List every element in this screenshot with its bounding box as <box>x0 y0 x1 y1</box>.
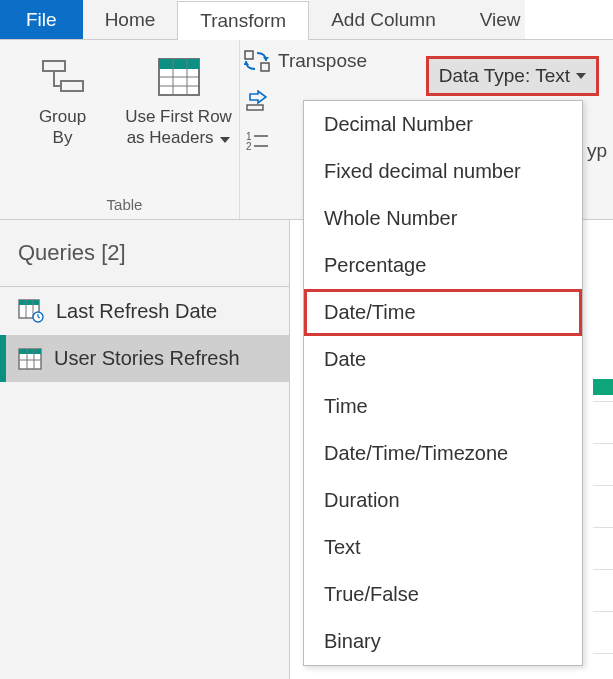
svg-rect-8 <box>245 51 253 59</box>
tab-home[interactable]: Home <box>83 0 178 39</box>
query-item-label: User Stories Refresh <box>54 347 240 370</box>
count-rows-icon: 1 2 <box>244 130 270 152</box>
use-first-row-as-headers-button[interactable]: Use First Row as Headers <box>119 48 239 155</box>
svg-marker-10 <box>263 57 269 61</box>
transpose-button[interactable]: Transpose <box>244 46 367 76</box>
reverse-rows-icon <box>244 90 270 112</box>
svg-text:2: 2 <box>246 141 252 152</box>
ribbon-group-table: Group By Use First Row as Headers Table <box>10 40 240 219</box>
dropdown-item-date-time[interactable]: Date/Time <box>304 289 582 336</box>
transpose-icon <box>244 50 270 72</box>
dropdown-item-date[interactable]: Date <box>304 336 582 383</box>
tab-view[interactable]: View <box>458 0 525 39</box>
group-by-button[interactable]: Group By <box>11 48 115 155</box>
query-table-icon <box>18 348 42 370</box>
svg-rect-3 <box>159 59 199 69</box>
data-type-dropdown-menu: Decimal Number Fixed decimal number Whol… <box>303 100 583 666</box>
svg-rect-9 <box>261 63 269 71</box>
dropdown-item-text[interactable]: Text <box>304 524 582 571</box>
table-headers-icon <box>157 54 201 100</box>
dropdown-item-binary[interactable]: Binary <box>304 618 582 665</box>
chevron-down-icon <box>576 73 586 79</box>
dropdown-item-percentage[interactable]: Percentage <box>304 242 582 289</box>
queries-header: Queries [2] <box>0 220 289 287</box>
column-header-strip <box>593 379 613 395</box>
group-by-label: Group By <box>39 106 86 149</box>
data-type-label: Data Type: Text <box>439 65 570 87</box>
dropdown-item-duration[interactable]: Duration <box>304 477 582 524</box>
dropdown-item-decimal-number[interactable]: Decimal Number <box>304 101 582 148</box>
query-item-last-refresh-date[interactable]: Last Refresh Date <box>0 287 289 335</box>
dropdown-item-true-false[interactable]: True/False <box>304 571 582 618</box>
dropdown-item-date-time-timezone[interactable]: Date/Time/Timezone <box>304 430 582 477</box>
svg-rect-1 <box>61 81 83 91</box>
tab-transform[interactable]: Transform <box>177 1 309 40</box>
queries-panel: Queries [2] Last Refresh Date <box>0 220 290 679</box>
query-table-icon <box>18 299 44 323</box>
ribbon-group-table-label: Table <box>107 196 143 217</box>
query-item-user-stories-refresh[interactable]: User Stories Refresh <box>0 335 289 382</box>
tab-add-column[interactable]: Add Column <box>309 0 458 39</box>
grid-row-lines <box>593 401 613 654</box>
dropdown-item-whole-number[interactable]: Whole Number <box>304 195 582 242</box>
chevron-down-icon <box>220 137 230 143</box>
query-item-label: Last Refresh Date <box>56 300 217 323</box>
svg-rect-0 <box>43 61 65 71</box>
svg-rect-25 <box>19 349 41 354</box>
data-type-dropdown-button[interactable]: Data Type: Text <box>426 56 599 96</box>
use-first-row-label: Use First Row as Headers <box>125 106 232 149</box>
tab-file[interactable]: File <box>0 0 83 39</box>
svg-rect-12 <box>247 105 263 110</box>
ribbon-tabs: File Home Transform Add Column View <box>0 0 613 40</box>
group-by-icon <box>41 54 85 100</box>
svg-rect-18 <box>19 300 39 305</box>
dropdown-item-fixed-decimal-number[interactable]: Fixed decimal number <box>304 148 582 195</box>
truncated-ribbon-text: yp <box>587 140 607 162</box>
transpose-label: Transpose <box>278 50 367 72</box>
dropdown-item-time[interactable]: Time <box>304 383 582 430</box>
